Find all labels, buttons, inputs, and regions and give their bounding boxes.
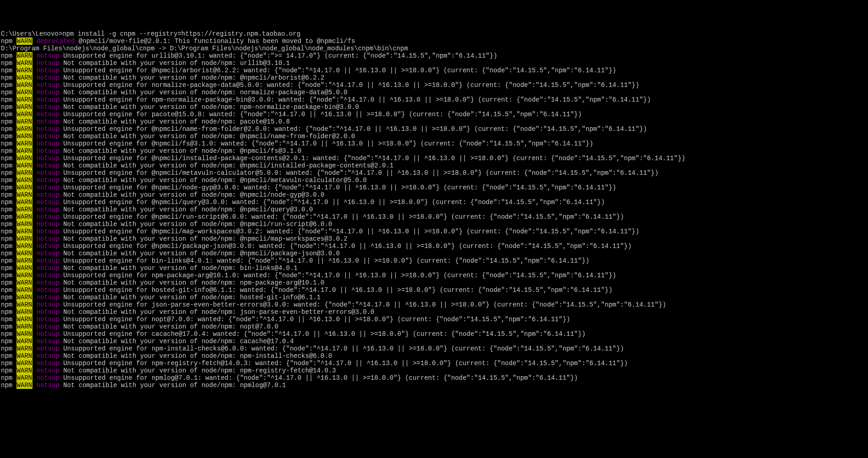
terminal-line: npm WARN notsup Not compatible with your… [1, 250, 867, 257]
warn-message: Unsupported engine for npm-package-arg@1… [59, 272, 616, 279]
warn-message: Unsupported engine for normalize-package… [59, 81, 639, 89]
warn-badge: WARN [16, 74, 33, 81]
warn-badge: WARN [16, 338, 33, 345]
notsup-label: notsup [37, 301, 59, 308]
warn-badge: WARN [16, 257, 33, 264]
warn-badge: WARN [16, 59, 33, 67]
npm-label: npm [1, 191, 16, 199]
notsup-label: notsup [37, 118, 59, 125]
terminal-line: npm WARN notsup Unsupported engine for c… [1, 330, 867, 338]
terminal-line: C:\Users\Lenovo>npm install -g cnpm --re… [1, 30, 867, 38]
warn-badge: WARN [16, 103, 33, 111]
warn-message: Not compatible with your version of node… [59, 103, 359, 111]
npm-label: npm [1, 367, 16, 374]
npm-label: npm [1, 374, 16, 382]
notsup-label: notsup [37, 52, 59, 59]
warn-badge: WARN [16, 133, 33, 140]
terminal-line: npm WARN notsup Unsupported engine for @… [1, 169, 867, 177]
npm-label: npm [1, 330, 16, 338]
notsup-label: notsup [37, 345, 59, 352]
npm-label: npm [1, 59, 16, 67]
warn-badge: WARN [16, 374, 33, 382]
warn-message: Unsupported engine for bin-links@4.0.1: … [59, 257, 589, 264]
npm-label: npm [1, 199, 16, 206]
warn-message: Unsupported engine for json-parse-even-b… [59, 301, 666, 308]
npm-label: npm [1, 213, 16, 221]
warn-message: Not compatible with your version of node… [59, 221, 332, 228]
warn-badge: WARN [16, 155, 33, 162]
warn-message: Not compatible with your version of node… [59, 162, 394, 169]
deprecated-label: deprecated [37, 38, 75, 45]
terminal-line: npm WARN notsup Unsupported engine for n… [1, 316, 867, 323]
notsup-label: notsup [37, 199, 59, 206]
warn-message: Not compatible with your version of node… [59, 264, 298, 272]
terminal-line: npm WARN notsup Unsupported engine for @… [1, 184, 867, 191]
warn-badge: WARN [16, 360, 33, 367]
notsup-label: notsup [37, 177, 59, 184]
warn-badge: WARN [16, 118, 33, 125]
warn-message: Unsupported engine for npm-normalize-pac… [59, 96, 651, 103]
npm-label: npm [1, 133, 16, 140]
warn-message: Not compatible with your version of node… [59, 89, 347, 96]
terminal-line: npm WARN notsup Not compatible with your… [1, 147, 867, 155]
warn-message: Not compatible with your version of node… [59, 338, 293, 345]
warn-message: Not compatible with your version of node… [59, 147, 301, 155]
notsup-label: notsup [37, 308, 59, 316]
notsup-label: notsup [37, 257, 59, 264]
warn-message: Unsupported engine for @npmcli/node-gyp@… [59, 184, 616, 191]
npm-label: npm [1, 206, 16, 213]
terminal-line: npm WARN notsup Unsupported engine for n… [1, 81, 867, 89]
warn-message: Not compatible with your version of node… [59, 206, 313, 213]
notsup-label: notsup [37, 235, 59, 242]
npm-label: npm [1, 162, 16, 169]
warn-badge: WARN [16, 184, 33, 191]
warn-badge: WARN [16, 250, 33, 257]
warn-badge: WARN [16, 330, 33, 338]
notsup-label: notsup [37, 140, 59, 147]
warn-message: Unsupported engine for @npmcli/name-from… [59, 125, 647, 133]
notsup-label: notsup [37, 338, 59, 345]
warn-badge: WARN [16, 169, 33, 177]
warn-badge: WARN [16, 382, 33, 389]
terminal-line: npm WARN deprecated @npmcli/move-file@2.… [1, 38, 867, 45]
notsup-label: notsup [37, 352, 59, 360]
notsup-label: notsup [37, 96, 59, 103]
warn-badge: WARN [16, 264, 33, 272]
npm-label: npm [1, 147, 16, 155]
terminal-line: npm WARN notsup Not compatible with your… [1, 352, 867, 360]
terminal-line: npm WARN notsup Not compatible with your… [1, 235, 867, 242]
npm-label: npm [1, 250, 16, 257]
npm-label: npm [1, 352, 16, 360]
notsup-label: notsup [37, 264, 59, 272]
terminal-line: npm WARN notsup Not compatible with your… [1, 367, 867, 374]
notsup-label: notsup [37, 89, 59, 96]
notsup-label: notsup [37, 191, 59, 199]
notsup-label: notsup [37, 155, 59, 162]
notsup-label: notsup [37, 59, 59, 67]
warn-badge: WARN [16, 199, 33, 206]
terminal-line: npm WARN notsup Not compatible with your… [1, 206, 867, 213]
terminal-line: npm WARN notsup Unsupported engine for p… [1, 111, 867, 118]
notsup-label: notsup [37, 279, 59, 286]
npm-label: npm [1, 89, 16, 96]
npm-label: npm [1, 118, 16, 125]
notsup-label: notsup [37, 81, 59, 89]
notsup-label: notsup [37, 228, 59, 235]
terminal-line: npm WARN notsup Unsupported engine for @… [1, 228, 867, 235]
notsup-label: notsup [37, 367, 59, 374]
terminal-line: npm WARN notsup Unsupported engine for n… [1, 360, 867, 367]
terminal-output[interactable]: C:\Users\Lenovo>npm install -g cnpm --re… [1, 30, 867, 389]
warn-message: Not compatible with your version of node… [59, 367, 336, 374]
warn-badge: WARN [16, 272, 33, 279]
npm-label: npm [1, 235, 16, 242]
notsup-label: notsup [37, 74, 59, 81]
warn-message: Unsupported engine for @npmcli/map-works… [59, 228, 639, 235]
notsup-label: notsup [37, 250, 59, 257]
npm-label: npm [1, 74, 16, 81]
warn-badge: WARN [16, 140, 33, 147]
notsup-label: notsup [37, 272, 59, 279]
terminal-line: npm WARN notsup Unsupported engine for @… [1, 213, 867, 221]
npm-label: npm [1, 294, 16, 301]
npm-label: npm [1, 228, 16, 235]
notsup-label: notsup [37, 221, 59, 228]
